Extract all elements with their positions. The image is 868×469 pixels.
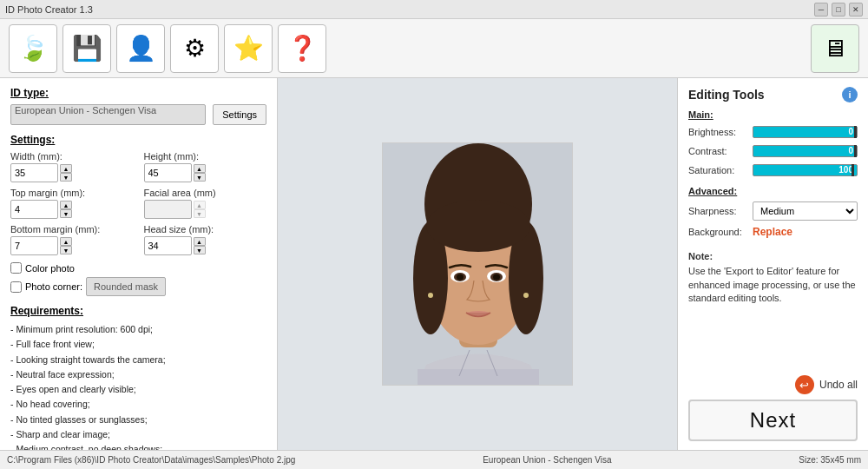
close-button[interactable]: ✕	[849, 3, 863, 17]
open-button[interactable]: 🍃	[9, 24, 57, 73]
undo-all-row[interactable]: ↩ Undo all	[688, 375, 858, 394]
bottom-margin-label: Bottom margin (mm):	[10, 224, 134, 234]
next-button[interactable]: Next	[688, 400, 858, 441]
background-label: Background:	[688, 227, 747, 237]
req-8: - Sharp and clear image;	[10, 427, 266, 441]
photo-corner-checkbox[interactable]	[10, 281, 22, 293]
settings-button[interactable]: ⚙	[170, 24, 219, 73]
export-button[interactable]: ⭐	[224, 24, 273, 73]
req-1: - Minimum print resolution: 600 dpi;	[10, 322, 266, 336]
saturation-slider-container[interactable]: 100	[753, 163, 858, 177]
req-5: - Eyes open and clearly visible;	[10, 382, 266, 396]
head-size-spinner: ▲ ▼	[194, 237, 206, 254]
bottom-margin-down[interactable]: ▼	[60, 246, 72, 254]
head-size-down[interactable]: ▼	[194, 246, 206, 254]
editing-tools-header: Editing Tools i	[688, 87, 858, 102]
req-2: - Full face front view;	[10, 337, 266, 351]
saturation-row: Saturation: 100	[688, 163, 858, 177]
undo-all-label: Undo all	[819, 379, 858, 391]
contrast-value: 0	[848, 146, 853, 155]
height-up[interactable]: ▲	[194, 164, 206, 173]
photo-corner-button[interactable]: Rounded mask	[86, 277, 166, 296]
top-margin-up[interactable]: ▲	[60, 201, 72, 209]
head-size-label: Head size (mm):	[144, 224, 267, 234]
color-photo-checkbox[interactable]	[10, 262, 22, 274]
help-button[interactable]: ❓	[278, 24, 326, 73]
svg-rect-7	[418, 369, 539, 386]
photo-corner-row: Photo corner: Rounded mask	[10, 277, 266, 296]
saturation-track: 100	[753, 164, 858, 176]
id-type-row: European Union - Schengen Visa Settings	[10, 104, 266, 125]
top-margin-input[interactable]	[10, 200, 58, 219]
width-label: Width (mm):	[10, 151, 134, 162]
bottom-margin-input[interactable]	[10, 236, 58, 255]
note-section: Note: Use the 'Export to Editor' feature…	[688, 250, 858, 306]
undo-icon: ↩	[795, 375, 814, 394]
status-id-type: European Union - Schengen Visa	[483, 455, 611, 465]
maximize-button[interactable]: □	[832, 3, 845, 17]
top-margin-down[interactable]: ▼	[60, 209, 72, 218]
width-input[interactable]	[10, 163, 58, 182]
center-panel	[278, 78, 677, 450]
id-type-label: ID type:	[10, 87, 266, 99]
advanced-section: Advanced: Sharpness: Low Medium High Bac…	[688, 186, 858, 243]
height-label: Height (mm):	[144, 151, 267, 162]
height-down[interactable]: ▼	[194, 173, 206, 182]
saturation-label: Saturation:	[688, 165, 747, 175]
saturation-thumb	[852, 164, 854, 176]
top-margin-label: Top margin (mm):	[10, 188, 134, 198]
background-row: Background: Replace	[688, 226, 858, 238]
status-file-path: C:\Program Files (x86)\ID Photo Creator\…	[7, 455, 295, 465]
height-input[interactable]	[144, 163, 192, 182]
id-type-select[interactable]: European Union - Schengen Visa	[10, 104, 206, 125]
brightness-thumb	[854, 126, 857, 138]
photo-corner-label: Photo corner:	[25, 281, 82, 292]
svg-point-14	[457, 274, 464, 281]
width-up[interactable]: ▲	[60, 164, 72, 173]
facial-area-down: ▼	[194, 209, 206, 218]
contrast-thumb	[854, 145, 857, 157]
width-row: ▲ ▼	[10, 163, 134, 182]
title-bar: ID Photo Creator 1.3 ─ □ ✕	[0, 0, 868, 19]
settings-grid: Width (mm): ▲ ▼ Height (mm): ▲ ▼	[10, 151, 266, 255]
main-layout: ID type: European Union - Schengen Visa …	[0, 78, 868, 450]
brightness-value: 0	[848, 127, 853, 136]
minimize-button[interactable]: ─	[814, 3, 828, 17]
head-size-up[interactable]: ▲	[194, 237, 206, 246]
sharpness-row: Sharpness: Low Medium High	[688, 201, 858, 221]
svg-point-15	[493, 274, 500, 281]
settings-btn[interactable]: Settings	[213, 104, 266, 125]
facial-area-input	[144, 200, 192, 219]
person-button[interactable]: 👤	[116, 24, 165, 73]
info-icon[interactable]: i	[842, 87, 858, 102]
svg-point-6	[426, 200, 530, 252]
head-size-row: ▲ ▼	[144, 236, 267, 255]
right-panel: Editing Tools i Main: Brightness: 0 Cont…	[677, 78, 868, 450]
brightness-slider-container[interactable]: 0	[753, 125, 858, 139]
width-down[interactable]: ▼	[60, 173, 72, 182]
facial-area-up: ▲	[194, 201, 206, 209]
svg-point-17	[523, 293, 529, 298]
sharpness-select[interactable]: Low Medium High	[753, 201, 858, 221]
contrast-label: Contrast:	[688, 146, 747, 156]
facial-area-row: ▲ ▼	[144, 200, 267, 219]
bottom-margin-spinner: ▲ ▼	[60, 237, 72, 254]
width-spinner: ▲ ▼	[60, 164, 72, 182]
contrast-row: Contrast: 0	[688, 144, 858, 158]
req-3: - Looking straight towards the camera;	[10, 353, 266, 367]
req-7: - No tinted glasses or sunglasses;	[10, 413, 266, 426]
color-photo-row: Color photo	[10, 262, 266, 274]
contrast-slider-container[interactable]: 0	[753, 144, 858, 158]
bottom-margin-up[interactable]: ▲	[60, 237, 72, 246]
brightness-label: Brightness:	[688, 127, 747, 137]
photo-container	[382, 142, 573, 386]
advanced-label: Advanced:	[688, 186, 858, 196]
bottom-margin-row: ▲ ▼	[10, 236, 134, 255]
req-9: - Medium contrast, no deep shadows;	[10, 442, 266, 450]
requirements-text: - Minimum print resolution: 600 dpi; - F…	[10, 322, 266, 450]
right-bottom: ↩ Undo all Next	[688, 375, 858, 441]
head-size-input[interactable]	[144, 236, 192, 255]
brightness-track: 0	[753, 126, 858, 138]
save-button[interactable]: 💾	[62, 24, 111, 73]
replace-link[interactable]: Replace	[753, 226, 792, 238]
